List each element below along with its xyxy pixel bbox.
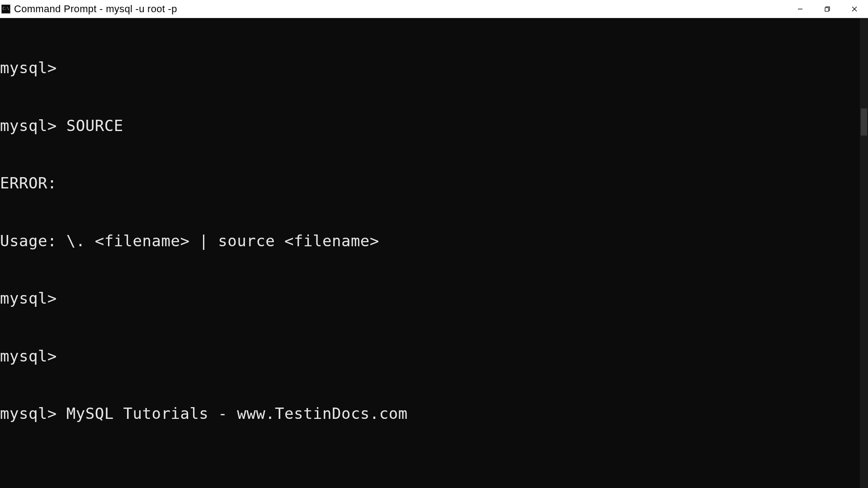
scrollbar-thumb[interactable] [861, 108, 867, 136]
close-button[interactable] [841, 0, 868, 18]
window-title: Command Prompt - mysql -u root -p [14, 3, 787, 15]
window-controls [787, 0, 868, 18]
close-icon [851, 6, 858, 12]
app-icon: C:\ [1, 5, 10, 14]
terminal-line: mysql> MySQL Tutorials - www.TestinDocs.… [0, 404, 868, 423]
terminal-line: Usage: \. <filename> | source <filename> [0, 231, 868, 251]
command-prompt-window: C:\ Command Prompt - mysql -u root -p [0, 0, 868, 488]
terminal-body[interactable]: mysql> mysql> SOURCE ERROR: Usage: \. <f… [0, 18, 868, 488]
maximize-icon [824, 6, 830, 12]
svg-rect-2 [825, 8, 829, 11]
terminal-content: mysql> mysql> SOURCE ERROR: Usage: \. <f… [0, 18, 868, 462]
maximize-button[interactable] [814, 0, 841, 18]
terminal-line: mysql> [0, 58, 868, 78]
titlebar[interactable]: C:\ Command Prompt - mysql -u root -p [0, 0, 868, 18]
scrollbar-track[interactable] [860, 18, 868, 488]
minimize-icon [797, 6, 803, 12]
terminal-line: ERROR: [0, 174, 868, 193]
minimize-button[interactable] [787, 0, 814, 18]
terminal-line: mysql> SOURCE [0, 116, 868, 136]
terminal-line: mysql> [0, 347, 868, 366]
terminal-line: mysql> [0, 289, 868, 308]
